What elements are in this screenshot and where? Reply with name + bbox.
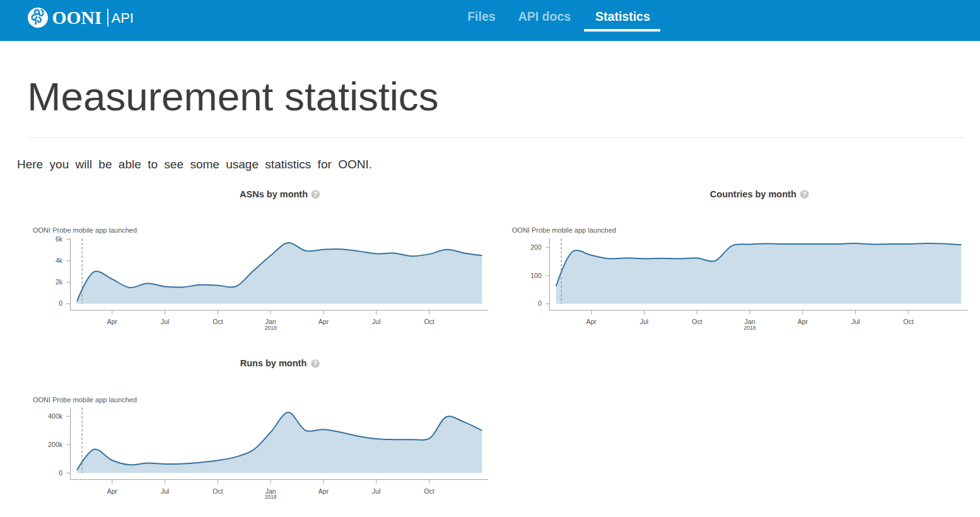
svg-text:Jul: Jul [161, 318, 169, 325]
svg-text:Apr: Apr [318, 487, 329, 495]
svg-text:6k: 6k [55, 235, 63, 243]
svg-text:Jul: Jul [851, 318, 860, 325]
svg-text:Jul: Jul [161, 487, 169, 495]
svg-text:2018: 2018 [265, 494, 277, 500]
svg-text:2018: 2018 [265, 325, 277, 331]
svg-text:Apr: Apr [586, 318, 597, 325]
svg-text:200k: 200k [48, 441, 63, 448]
svg-text:Oct: Oct [903, 318, 913, 325]
svg-text:0: 0 [59, 299, 62, 307]
svg-text:OONI Probe mobile app launched: OONI Probe mobile app launched [33, 226, 137, 234]
svg-text:200: 200 [530, 243, 542, 251]
svg-text:100: 100 [530, 272, 542, 279]
svg-text:?: ? [313, 359, 317, 367]
svg-text:ASNs by month: ASNs by month [240, 189, 308, 199]
svg-text:2k: 2k [55, 278, 63, 286]
svg-text:?: ? [802, 190, 806, 198]
svg-text:OONI Probe mobile app launched: OONI Probe mobile app launched [33, 396, 137, 404]
svg-text:Oct: Oct [424, 318, 434, 325]
svg-text:?: ? [313, 190, 317, 198]
svg-text:Oct: Oct [213, 487, 223, 495]
svg-text:Oct: Oct [213, 318, 223, 325]
svg-text:0: 0 [59, 469, 62, 477]
svg-text:OONI Probe mobile app launched: OONI Probe mobile app launched [512, 226, 616, 234]
svg-text:400k: 400k [48, 412, 63, 420]
svg-text:4k: 4k [55, 257, 63, 264]
svg-text:2018: 2018 [744, 325, 756, 331]
svg-text:Jul: Jul [372, 487, 380, 495]
svg-text:Jul: Jul [372, 318, 380, 325]
svg-text:Apr: Apr [107, 318, 118, 325]
svg-text:Apr: Apr [798, 318, 808, 325]
svg-text:Countries by month: Countries by month [710, 189, 796, 199]
svg-text:Oct: Oct [692, 318, 702, 325]
svg-text:Jul: Jul [640, 318, 648, 325]
svg-text:Oct: Oct [424, 487, 434, 495]
svg-text:0: 0 [538, 299, 542, 307]
svg-text:Runs by month: Runs by month [240, 358, 307, 368]
svg-text:Apr: Apr [107, 487, 118, 495]
svg-text:Apr: Apr [318, 318, 329, 325]
